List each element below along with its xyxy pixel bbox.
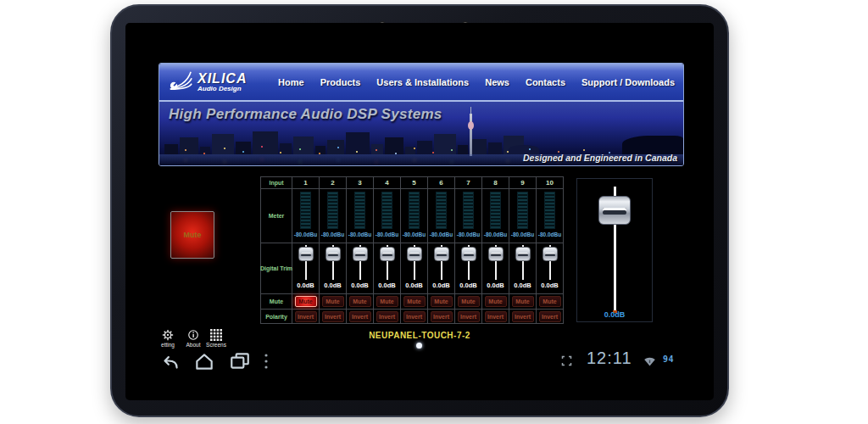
master-fader-knob[interactable] <box>598 196 631 225</box>
skyline-hero-image: High Performance Audio DSP Systems Desig… <box>159 100 683 165</box>
trim-db-label: 0.0dB <box>405 282 422 289</box>
menu-overflow-icon[interactable] <box>263 352 275 371</box>
trim-slider[interactable] <box>401 243 427 281</box>
back-button[interactable] <box>159 352 185 371</box>
trim-slider-knob[interactable] <box>407 247 422 261</box>
channel-mute-button[interactable]: Mute <box>458 296 480 307</box>
channel-mute-button[interactable]: Mute <box>431 296 453 307</box>
trim-slider[interactable] <box>482 243 509 281</box>
channel-invert-button[interactable]: Invert <box>295 311 317 322</box>
channel-mute-button[interactable]: Mute <box>539 296 561 307</box>
channel-invert-button[interactable]: Invert <box>539 311 561 322</box>
meter-db-label: -80.0dBu <box>294 232 317 237</box>
trim-slider-knob[interactable] <box>515 247 531 261</box>
channel-column: 4 -80.0dBu 0.0dB Mute Invert <box>374 177 401 324</box>
fullscreen-toggle-icon[interactable] <box>560 354 576 373</box>
nav-link-support-downloads[interactable]: Support / Downloads <box>581 77 675 87</box>
trim-slider-knob[interactable] <box>298 247 314 261</box>
trim-slider[interactable] <box>537 243 563 281</box>
channel-column: 5 -80.0dBu 0.0dB Mute Invert <box>401 177 428 324</box>
channel-meter-cell: -80.0dBu <box>401 189 428 243</box>
trim-slider-knob[interactable] <box>434 247 449 261</box>
master-mute-button[interactable]: Mute <box>170 211 214 259</box>
channel-mute-button[interactable]: Mute <box>376 296 398 307</box>
device-name-label: NEUPANEL-TOUCH-7-2 <box>125 331 714 340</box>
xilica-logo-icon <box>168 69 193 96</box>
trim-slider-knob[interactable] <box>488 247 504 261</box>
trim-slider[interactable] <box>428 243 454 281</box>
brand-name: XILICA <box>198 72 247 85</box>
trim-slider[interactable] <box>292 243 319 281</box>
channel-invert-button[interactable]: Invert <box>376 311 398 322</box>
channel-invert-button[interactable]: Invert <box>458 311 480 322</box>
channel-trim-cell: 0.0dB <box>320 243 347 294</box>
trim-slider-knob[interactable] <box>353 247 368 261</box>
trim-slider-knob[interactable] <box>380 247 395 261</box>
channel-meter-cell: -80.0dBu <box>347 189 374 243</box>
channel-meter-cell: -80.0dBu <box>509 189 537 243</box>
meter-db-label: -80.0dBu <box>321 232 344 237</box>
channel-column: 3 -80.0dBu 0.0dB Mute Invert <box>347 177 374 324</box>
meter-db-label: -80.0dBu <box>403 232 426 237</box>
channel-invert-button[interactable]: Invert <box>403 311 426 322</box>
nav-link-contacts[interactable]: Contacts <box>526 77 565 87</box>
meter-db-label: -80.0dBu <box>484 232 507 237</box>
home-button[interactable] <box>193 352 219 371</box>
trim-slider[interactable] <box>509 243 536 281</box>
channel-mute-button[interactable]: Mute <box>403 296 426 307</box>
row-label-polarity: Polarity <box>265 314 287 320</box>
trim-db-label: 0.0dB <box>297 282 314 289</box>
level-meter <box>409 192 420 229</box>
status-clock: 12:11 <box>587 349 632 368</box>
channel-mute-button[interactable]: Mute <box>322 296 344 307</box>
trim-slider-knob[interactable] <box>542 247 558 261</box>
channel-invert-button[interactable]: Invert <box>512 311 534 322</box>
trim-db-label: 0.0dB <box>378 282 395 289</box>
recent-apps-button[interactable] <box>229 352 254 371</box>
channel-invert-button[interactable]: Invert <box>431 311 453 322</box>
trim-slider[interactable] <box>320 243 346 281</box>
tablet-device: XILICA Audio Design Home Products Users … <box>110 4 729 417</box>
meter-db-label: -80.0dBu <box>348 232 371 237</box>
nav-link-news[interactable]: News <box>485 77 509 87</box>
trim-slider-knob[interactable] <box>326 247 341 261</box>
channel-number: 2 <box>331 179 334 187</box>
channel-column: 6 -80.0dBu 0.0dB Mute Invert <box>428 177 455 324</box>
trim-db-label: 0.0dB <box>514 282 531 289</box>
xilica-logo[interactable]: XILICA Audio Design <box>168 69 247 96</box>
banner-footer-note: Designed and Engineered in Canada <box>523 153 677 163</box>
trim-slider[interactable] <box>455 243 481 281</box>
setting-button-label: etting <box>153 342 182 348</box>
channel-number: 10 <box>546 179 554 187</box>
cn-tower-silhouette <box>470 114 472 156</box>
website-banner: XILICA Audio Design Home Products Users … <box>159 63 684 166</box>
meter-db-label: -80.0dBu <box>511 232 534 237</box>
level-meter <box>300 192 311 229</box>
trim-db-label: 0.0dB <box>487 282 504 289</box>
channel-invert-button[interactable]: Invert <box>485 311 507 322</box>
channel-mute-button[interactable]: Mute <box>349 296 371 307</box>
level-meter <box>436 192 447 229</box>
trim-slider-knob[interactable] <box>461 247 476 261</box>
channel-column: 10 -80.0dBu 0.0dB Mute Invert <box>537 177 564 324</box>
level-meter <box>354 192 365 229</box>
trim-db-label: 0.0dB <box>459 282 476 289</box>
nav-link-products[interactable]: Products <box>320 77 361 87</box>
channel-meter-cell: -80.0dBu <box>537 189 564 243</box>
banner-nav-links: Home Products Users & Installations News… <box>278 77 675 87</box>
level-meter <box>490 192 501 229</box>
page-indicator-dot <box>416 343 422 349</box>
channel-meter-cell: -80.0dBu <box>482 189 509 243</box>
channel-mute-button[interactable]: Mute <box>295 296 317 307</box>
channel-mute-button[interactable]: Mute <box>485 296 507 307</box>
trim-slider[interactable] <box>374 243 400 281</box>
channel-invert-button[interactable]: Invert <box>349 311 371 322</box>
channel-column: 2 -80.0dBu 0.0dB Mute Invert <box>320 177 347 324</box>
nav-link-users-installations[interactable]: Users & Installations <box>376 77 469 87</box>
channel-meter-cell: -80.0dBu <box>292 189 320 243</box>
trim-slider[interactable] <box>347 243 373 281</box>
channel-mute-button[interactable]: Mute <box>512 296 534 307</box>
banner-headline: High Performance Audio DSP Systems <box>169 106 442 123</box>
nav-link-home[interactable]: Home <box>278 77 304 87</box>
channel-invert-button[interactable]: Invert <box>322 311 344 322</box>
